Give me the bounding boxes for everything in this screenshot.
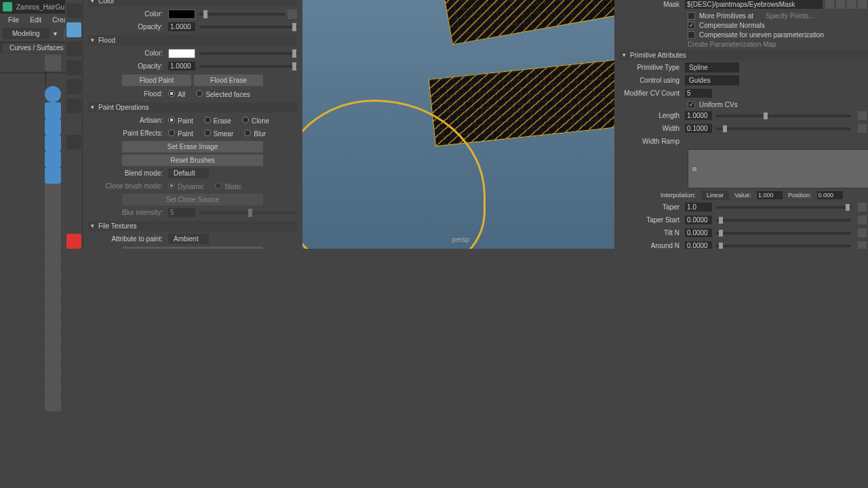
mask-label: Mask [620, 1, 685, 8]
flood-opacity-input[interactable] [168, 62, 195, 70]
menu-edit[interactable]: Edit [24, 15, 47, 25]
uniform-cvs-checkbox[interactable] [688, 101, 695, 108]
pfx-smear-radio[interactable] [204, 129, 211, 136]
around-slider[interactable] [716, 245, 851, 247]
shelf-icon-c13[interactable] [45, 379, 61, 395]
taper-start-input[interactable] [685, 216, 712, 224]
width-slider[interactable] [716, 127, 851, 130]
tilt-slider[interactable] [716, 232, 851, 235]
layout-2-icon[interactable] [66, 41, 81, 56]
tilt-expr-icon[interactable] [858, 228, 867, 237]
taper-start-expr-icon[interactable] [858, 216, 867, 224]
width-ramp-widget[interactable]: R T [688, 149, 868, 188]
around-input[interactable] [685, 241, 712, 249]
paint-ops-section[interactable]: Paint Operations [88, 102, 297, 113]
pfx-paint-radio[interactable] [168, 129, 175, 136]
shelf-icon-c4[interactable] [45, 232, 61, 249]
shelf-icon-c9[interactable] [45, 314, 61, 330]
op-erase-radio[interactable] [204, 117, 211, 123]
prim-type-dropdown[interactable]: Spline [685, 62, 739, 73]
shelf-icon-c8[interactable] [45, 298, 61, 314]
comp-normals-checkbox[interactable] [688, 22, 695, 29]
color-slider[interactable] [199, 13, 285, 16]
mask-browse-icon[interactable] [847, 0, 856, 9]
shelf-cube-icon[interactable] [45, 102, 61, 119]
opacity-slider[interactable] [199, 26, 297, 28]
shelf-icon-c7[interactable] [45, 281, 61, 298]
reset-brushes-button[interactable]: Reset Brushes [122, 155, 263, 166]
cv-count-input[interactable] [685, 89, 712, 98]
color-swatch[interactable] [168, 9, 195, 19]
flood-opacity-slider[interactable] [199, 65, 297, 68]
paint-tool-icon[interactable] [66, 22, 81, 37]
layout-4-icon[interactable] [66, 79, 81, 94]
ramp-value-input[interactable] [757, 191, 783, 199]
flood-all-radio[interactable] [168, 90, 175, 97]
width-input[interactable] [685, 124, 712, 133]
mask-expr-icon[interactable] [858, 0, 867, 9]
shelf-cylinder-icon[interactable] [45, 119, 61, 135]
flood-erase-button[interactable]: Flood Erase [194, 75, 263, 86]
primitive-attributes-section[interactable]: Primitive Attributes [620, 50, 868, 60]
tilt-input[interactable] [685, 228, 712, 237]
layout-1-icon[interactable] [66, 3, 81, 18]
more-prim-checkbox[interactable] [688, 12, 695, 20]
control-dropdown[interactable]: Guides [685, 75, 739, 85]
maya-logo-icon[interactable] [66, 234, 81, 249]
flood-paint-button[interactable]: Flood Paint [122, 75, 191, 86]
mask-save-icon[interactable] [836, 0, 845, 9]
shelf-icon-c5[interactable] [45, 249, 61, 265]
blend-mode-dropdown[interactable]: Default [168, 168, 209, 178]
attr-to-paint-dropdown[interactable]: Ambient [168, 234, 209, 244]
mask-input[interactable] [685, 0, 823, 9]
shelf-icon-12[interactable] [45, 55, 61, 71]
around-expr-icon[interactable] [858, 241, 867, 249]
length-input[interactable] [685, 111, 712, 120]
shelf-tab-curves[interactable]: Curves / Surfaces [3, 43, 70, 52]
shelf-icon-c6[interactable] [45, 265, 61, 281]
length-slider[interactable] [716, 115, 851, 117]
mode-dropdown[interactable]: Modeling [3, 28, 50, 39]
interp-dropdown[interactable]: Linear [701, 190, 729, 200]
shelf-icon-11[interactable] [45, 55, 61, 71]
shelf-icon-c2[interactable] [45, 200, 61, 216]
taper-input[interactable] [685, 203, 712, 211]
shelf-icon-c11[interactable] [45, 346, 61, 363]
file-textures-section[interactable]: File Textures [88, 221, 297, 231]
taper-slider[interactable] [716, 206, 851, 209]
assign-edit-textures-button[interactable]: Assign/Edit Textures [122, 247, 263, 249]
flood-selected-radio[interactable] [196, 90, 203, 97]
color-section[interactable]: Color [88, 0, 297, 6]
search-icon[interactable] [66, 135, 81, 150]
shelf-icon-c14[interactable] [45, 395, 61, 411]
flood-section[interactable]: Flood [88, 35, 297, 45]
flood-color-slider[interactable] [199, 52, 297, 55]
mask-paint-icon[interactable] [825, 0, 834, 9]
menu-file[interactable]: File [3, 15, 24, 25]
layout-3-icon[interactable] [66, 60, 81, 75]
shelf-icon-c1[interactable] [45, 184, 61, 200]
set-erase-button[interactable]: Set Erase Image [122, 141, 263, 152]
shelf-icon-c12[interactable] [45, 363, 61, 379]
opacity-input[interactable] [168, 22, 195, 31]
taper-start-slider[interactable] [716, 219, 851, 222]
width-expr-icon[interactable] [858, 124, 867, 133]
pfx-blur-radio[interactable] [244, 129, 251, 136]
comp-param-checkbox[interactable] [688, 31, 695, 39]
shelf-torus-icon[interactable] [45, 167, 61, 184]
specify-points-link[interactable]: Specify Points... [766, 12, 814, 20]
length-expr-icon[interactable] [858, 111, 867, 120]
shelf-icon-c10[interactable] [45, 330, 61, 346]
shelf-plane-icon[interactable] [45, 151, 61, 167]
op-clone-radio[interactable] [242, 117, 249, 123]
shelf-icon-c3[interactable] [45, 216, 61, 232]
taper-expr-icon[interactable] [858, 203, 867, 211]
ramp-position-input[interactable] [817, 191, 843, 199]
shelf-sphere-icon[interactable] [45, 86, 61, 102]
flood-color-swatch[interactable] [168, 49, 195, 58]
viewport-3d[interactable]: 500 400 persp [302, 0, 614, 249]
op-paint-radio[interactable] [168, 117, 175, 123]
shelf-cone-icon[interactable] [45, 135, 61, 151]
layout-5-icon[interactable] [66, 98, 81, 113]
color-picker-icon[interactable] [288, 9, 297, 19]
